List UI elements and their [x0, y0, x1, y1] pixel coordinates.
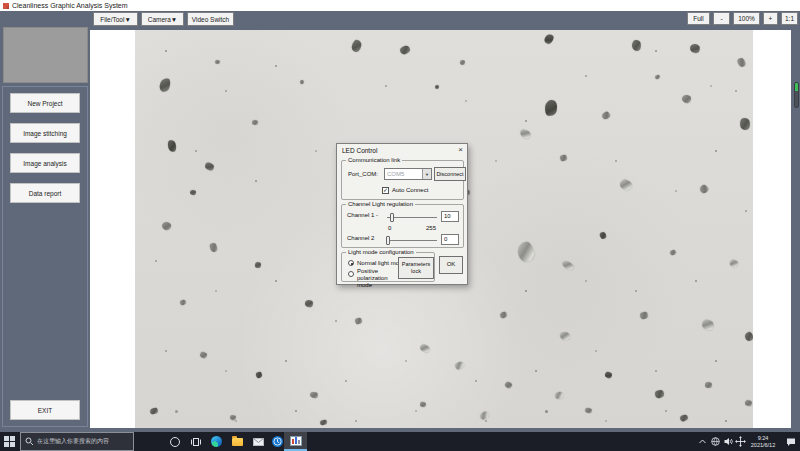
- active-app-taskbar-button[interactable]: [284, 432, 307, 451]
- parameters-lock-button[interactable]: Parameters lock: [398, 257, 434, 279]
- app-logo-icon: [3, 3, 9, 9]
- particle: [435, 85, 440, 90]
- particle: [516, 241, 535, 263]
- channel2-label: Channel 2: [347, 235, 374, 241]
- analysis-app-icon: [290, 436, 302, 446]
- speck: [485, 420, 487, 422]
- ok-button[interactable]: OK: [439, 256, 463, 274]
- normal-light-radio[interactable]: [348, 260, 354, 266]
- zoom-1to1-button[interactable]: 1:1: [781, 12, 798, 25]
- tray-chevron-up-icon[interactable]: [696, 432, 709, 451]
- positive-label-line2: polarization mode: [357, 275, 388, 288]
- channel1-value-input[interactable]: 10: [441, 211, 459, 222]
- channel2-slider-thumb[interactable]: [386, 236, 390, 245]
- speck: [525, 120, 527, 122]
- auto-connect-checkbox[interactable]: ✓: [382, 187, 389, 194]
- channel1-label: Channel 1 -: [347, 212, 378, 218]
- dialog-title: LED Control: [342, 147, 377, 154]
- particle: [729, 259, 739, 269]
- image-stitching-button[interactable]: Image stitching: [10, 123, 80, 143]
- exit-button[interactable]: EXIT: [10, 400, 80, 420]
- speck: [595, 350, 597, 352]
- tray-clock[interactable]: 9:24 2021/6/12: [744, 435, 782, 450]
- start-button[interactable]: [4, 436, 15, 447]
- particle: [309, 391, 318, 399]
- speck: [535, 370, 537, 372]
- speck: [275, 280, 277, 282]
- task-view-icon[interactable]: [186, 432, 205, 451]
- particle: [167, 139, 178, 153]
- image-analysis-button[interactable]: Image analysis: [10, 153, 80, 173]
- positive-label-line1: Positive: [357, 268, 378, 274]
- particle: [559, 154, 567, 162]
- particle: [454, 361, 465, 371]
- new-project-button[interactable]: New Project: [10, 93, 80, 113]
- camera-preview: [3, 27, 88, 83]
- data-report-button[interactable]: Data report: [10, 183, 80, 203]
- cortana-icon[interactable]: [165, 432, 184, 451]
- screen: { "window": { "title": "Cleanliness Grap…: [0, 0, 800, 451]
- speck: [165, 350, 167, 352]
- menu-camera[interactable]: Camera▼: [141, 12, 184, 26]
- channel1-slider-thumb[interactable]: [390, 213, 394, 222]
- particle: [559, 331, 571, 341]
- speck: [545, 410, 548, 413]
- speck: [195, 150, 197, 152]
- window-titlebar: Cleanliness Graphic Analysis System: [0, 0, 800, 11]
- particle: [399, 45, 411, 56]
- speck: [635, 290, 637, 292]
- disconnect-button[interactable]: Disconnect: [434, 167, 466, 181]
- zoom-full-button[interactable]: Full: [687, 12, 710, 25]
- particle: [554, 391, 564, 400]
- channel1-slider-track[interactable]: [387, 217, 437, 218]
- particle: [631, 39, 642, 51]
- port-com-select[interactable]: COM5 ▼: [384, 168, 432, 180]
- particle: [619, 178, 634, 192]
- particle: [319, 419, 327, 426]
- scale-max-label: 255: [426, 225, 436, 231]
- tray-date: 2021/6/12: [744, 442, 782, 449]
- particle: [544, 99, 559, 117]
- tray-time: 9:24: [744, 435, 782, 442]
- network-globe-icon[interactable]: [709, 432, 722, 451]
- mail-icon[interactable]: [249, 432, 268, 451]
- speck: [155, 260, 157, 262]
- edge-icon[interactable]: [207, 432, 226, 451]
- action-center-icon[interactable]: [783, 432, 798, 451]
- speck: [405, 360, 407, 362]
- positive-polarization-radio[interactable]: [348, 271, 354, 277]
- menu-video-switch[interactable]: Video Switch: [187, 12, 234, 26]
- zoom-in-button[interactable]: +: [763, 12, 778, 25]
- speck: [655, 50, 657, 52]
- particle: [161, 220, 173, 231]
- particle: [209, 242, 219, 253]
- menu-file-tool[interactable]: File/Tool▼: [93, 12, 138, 26]
- particle: [158, 77, 172, 94]
- particle: [744, 399, 753, 407]
- window-title: Cleanliness Graphic Analysis System: [12, 2, 128, 9]
- vertical-scrollbar-thumb[interactable]: [794, 82, 799, 108]
- zoom-level[interactable]: 100%: [733, 12, 760, 25]
- zoom-out-button[interactable]: -: [713, 12, 730, 25]
- particle: [681, 94, 692, 104]
- speck: [225, 90, 227, 92]
- particle: [459, 59, 465, 65]
- file-explorer-icon[interactable]: [228, 432, 247, 451]
- particle: [700, 318, 715, 333]
- particle: [604, 371, 613, 380]
- parameters-lock-line1: Parameters: [402, 261, 430, 268]
- speck: [235, 420, 237, 422]
- channel2-slider-track[interactable]: [387, 240, 437, 241]
- particle: [499, 311, 508, 320]
- particle: [601, 111, 611, 121]
- taskbar-search[interactable]: 在这里输入你要搜索的内容: [20, 432, 134, 451]
- speck: [615, 160, 617, 162]
- close-icon[interactable]: ×: [458, 145, 463, 154]
- speck: [495, 160, 497, 162]
- dropdown-icon[interactable]: ▼: [422, 169, 431, 179]
- channel2-value-input[interactable]: 0: [441, 234, 459, 245]
- speck: [475, 380, 477, 382]
- light-mode-group: Light mode configuration Normal light mo…: [341, 252, 435, 282]
- speck: [725, 420, 727, 422]
- speck: [415, 410, 417, 412]
